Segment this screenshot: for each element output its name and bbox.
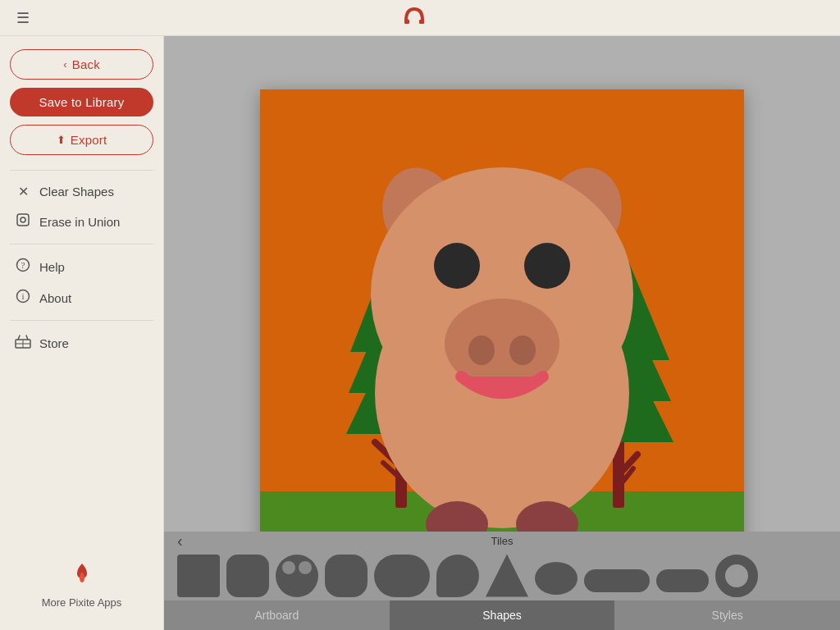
- tile-short-pill[interactable]: [656, 569, 709, 592]
- tiles-label: Tiles: [491, 535, 514, 547]
- tile-ring[interactable]: [715, 555, 758, 597]
- tile-oval[interactable]: [535, 562, 578, 595]
- tile-rounded-square[interactable]: [226, 555, 269, 597]
- tile-h-pill[interactable]: [584, 569, 650, 592]
- store-icon: [15, 334, 31, 352]
- store-item[interactable]: Store: [10, 327, 153, 358]
- tiles-row: [164, 550, 840, 600]
- export-button[interactable]: ⬆ Export: [10, 125, 153, 155]
- clear-shapes-label: Clear Shapes: [39, 185, 114, 199]
- flame-icon: [71, 562, 94, 593]
- save-label: Save to Library: [39, 95, 125, 109]
- svg-point-33: [509, 336, 536, 365]
- more-apps-label[interactable]: More Pixite Apps: [42, 596, 122, 609]
- artboard[interactable]: [260, 89, 744, 578]
- svg-text:i: i: [21, 291, 24, 301]
- svg-point-30: [524, 243, 570, 289]
- store-label: Store: [39, 336, 69, 350]
- sidebar: ‹ Back Save to Library ⬆ Export ✕ Clear …: [0, 36, 164, 630]
- svg-rect-2: [17, 214, 29, 226]
- x-icon: ✕: [15, 184, 31, 199]
- back-label: Back: [72, 57, 100, 71]
- tile-squircle[interactable]: [325, 555, 368, 597]
- bottom-panel: ‹ Tiles: [164, 532, 840, 600]
- svg-rect-1: [419, 20, 424, 24]
- topbar-logo: [402, 6, 427, 30]
- erase-in-union-item[interactable]: Erase in Union: [10, 206, 153, 237]
- svg-point-32: [468, 336, 495, 365]
- tiles-header: ‹ Tiles: [164, 532, 840, 550]
- sidebar-bottom: More Pixite Apps: [10, 562, 153, 617]
- divider-3: [10, 320, 153, 321]
- svg-rect-0: [404, 20, 409, 24]
- svg-point-3: [21, 217, 25, 222]
- clear-shapes-item[interactable]: ✕ Clear Shapes: [10, 177, 153, 206]
- divider-1: [10, 170, 153, 171]
- bottom-tabs: Artboard Shapes Styles: [164, 600, 840, 630]
- tab-shapes[interactable]: Shapes: [390, 600, 615, 630]
- info-icon: i: [15, 289, 31, 307]
- save-to-library-button[interactable]: Save to Library: [10, 88, 153, 116]
- svg-point-29: [434, 243, 480, 289]
- topbar: ☰: [0, 0, 840, 36]
- tile-triangle[interactable]: [486, 555, 528, 597]
- back-button[interactable]: ‹ Back: [10, 49, 153, 80]
- left-chevron[interactable]: ‹: [177, 532, 183, 550]
- tile-teardrop[interactable]: [436, 555, 479, 597]
- about-label: About: [39, 291, 71, 305]
- tile-square[interactable]: [177, 555, 220, 597]
- back-icon: ‹: [63, 58, 67, 71]
- hamburger-icon[interactable]: ☰: [16, 9, 30, 27]
- tile-rounded-wide[interactable]: [374, 555, 430, 597]
- svg-text:?: ?: [21, 260, 25, 270]
- help-icon: ?: [15, 258, 31, 276]
- tile-two-circles[interactable]: [276, 555, 318, 597]
- about-item[interactable]: i About: [10, 282, 153, 313]
- tab-artboard[interactable]: Artboard: [164, 600, 390, 630]
- divider-2: [10, 244, 153, 244]
- erase-label: Erase in Union: [39, 215, 120, 229]
- erase-icon: [15, 212, 31, 231]
- export-label: Export: [71, 133, 107, 147]
- export-icon: ⬆: [57, 134, 66, 146]
- tab-styles[interactable]: Styles: [614, 600, 840, 630]
- help-label: Help: [39, 260, 65, 274]
- help-item[interactable]: ? Help: [10, 251, 153, 282]
